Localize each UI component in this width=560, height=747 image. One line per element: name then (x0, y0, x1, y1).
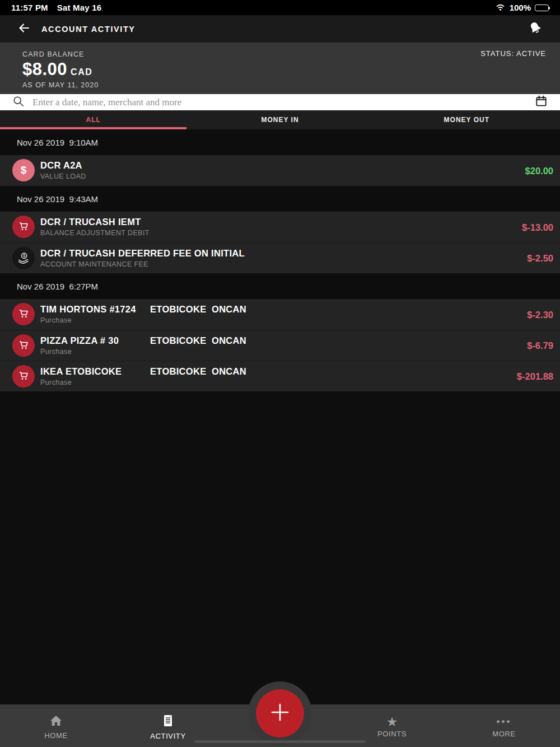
transaction-amount: $-2.50 (527, 253, 553, 264)
transaction-row[interactable]: $ DCR A2A VALUE LOAD $20.00 (0, 155, 560, 186)
balance-amount: $8.00 (22, 59, 67, 79)
nav-label: HOME (44, 731, 67, 740)
back-button[interactable] (15, 20, 34, 39)
nav-label: MORE (492, 730, 515, 738)
transaction-region: ONCAN (212, 304, 246, 315)
nav-item-home[interactable]: HOME (0, 704, 112, 747)
battery-percent: 100% (510, 3, 531, 12)
svg-text:$: $ (23, 253, 26, 258)
transaction-region: ONCAN (212, 366, 246, 377)
app-header: ACCOUNT ACTIVITY (0, 15, 560, 43)
cart-icon (12, 216, 35, 238)
search-icon (12, 95, 25, 110)
account-activity-screen: 11:57 PM Sat May 16 100% (0, 0, 560, 747)
battery-icon (535, 4, 549, 11)
wifi-icon (495, 3, 506, 13)
status-bar: 11:57 PM Sat May 16 100% (0, 0, 560, 15)
bell-icon (528, 21, 543, 38)
balance-panel: CARD BALANCE $8.00CAD AS OF MAY 11, 2020… (0, 43, 560, 94)
transaction-row[interactable]: DCR / TRUCASH IEMT BALANCE ADJUSTMENT DE… (0, 212, 560, 242)
status-badge: STATUS: ACTIVE (480, 49, 546, 58)
nav-label: ACTIVITY (150, 732, 185, 740)
back-arrow-icon (17, 21, 31, 37)
tab-money-out[interactable]: MONEY OUT (374, 110, 560, 129)
transaction-title: DCR / TRUCASH DEFERRED FEE ON INITIAL (40, 248, 245, 259)
cart-icon (12, 334, 35, 357)
balance-as-of: AS OF MAY 11, 2020 (22, 81, 560, 89)
cart-icon (12, 365, 35, 387)
filter-tabs: ALL MONEY IN MONEY OUT (0, 110, 560, 129)
transaction-row[interactable]: TIM HORTONS #1724 ETOBICOKE ONCAN Purcha… (0, 299, 560, 330)
ellipsis-icon: ••• (497, 716, 512, 727)
calendar-button[interactable] (535, 95, 548, 110)
nav-label: POINTS (377, 730, 407, 738)
transaction-city: ETOBICOKE (150, 335, 207, 346)
transaction-subtitle: ACCOUNT MAINTENANCE FEE (40, 260, 148, 268)
transaction-title: DCR / TRUCASH IEMT (40, 217, 141, 227)
add-money-button[interactable] (256, 689, 304, 737)
status-date: Sat May 16 (57, 3, 102, 12)
hand-coin-icon: $ (12, 247, 35, 269)
transaction-subtitle: Purchase (40, 316, 72, 324)
transaction-title: IKEA ETOBICOKE (40, 366, 122, 377)
transaction-subtitle: BALANCE ADJUSTMENT DEBIT (40, 229, 150, 237)
date-group-header: Nov 26 2019 6:27PM (0, 273, 560, 299)
transaction-row[interactable]: $ DCR / TRUCASH DEFERRED FEE ON INITIAL … (0, 242, 560, 273)
search-input[interactable] (32, 94, 527, 110)
transaction-row[interactable]: PIZZA PIZZA # 30 ETOBICOKE ONCAN Purchas… (0, 330, 560, 361)
star-icon: ★ (386, 716, 398, 727)
calendar-icon (535, 95, 548, 110)
transaction-title: DCR A2A (40, 160, 82, 171)
transaction-amount: $-13.00 (522, 222, 553, 232)
notifications-button[interactable] (525, 19, 545, 39)
transaction-region: ONCAN (212, 335, 246, 346)
page-title: ACCOUNT ACTIVITY (41, 25, 136, 34)
balance-currency: CAD (71, 67, 92, 77)
dollar-circle-icon: $ (12, 159, 35, 181)
nav-item-more[interactable]: ••• MORE (448, 704, 560, 747)
transaction-city: ETOBICOKE (150, 366, 207, 377)
balance-label: CARD BALANCE (22, 50, 560, 58)
transaction-amount: $20.00 (525, 165, 553, 176)
transaction-row[interactable]: IKEA ETOBICOKE ETOBICOKE ONCAN Purchase … (0, 361, 560, 391)
date-group-header: Nov 26 2019 9:10AM (0, 129, 560, 155)
home-icon (49, 715, 63, 729)
transaction-subtitle: Purchase (40, 379, 72, 386)
tab-money-in[interactable]: MONEY IN (186, 110, 373, 129)
home-indicator[interactable] (194, 740, 366, 743)
transaction-amount: $-2.30 (527, 309, 553, 320)
transaction-amount: $-201.88 (517, 371, 553, 382)
plus-icon (268, 701, 292, 726)
transaction-title: TIM HORTONS #1724 (40, 304, 136, 315)
search-bar (0, 94, 560, 110)
document-icon (162, 714, 174, 730)
clock: 11:57 PM (11, 3, 48, 12)
transaction-amount: $-6.79 (527, 340, 553, 351)
date-group-header: Nov 26 2019 9:43AM (0, 186, 560, 212)
tab-all[interactable]: ALL (0, 110, 186, 129)
transaction-city: ETOBICOKE (150, 304, 207, 315)
transaction-subtitle: Purchase (40, 348, 72, 356)
transaction-subtitle: VALUE LOAD (40, 172, 86, 180)
transaction-list: Nov 26 2019 9:10AM $ DCR A2A VALUE LOAD … (0, 129, 560, 704)
transaction-title: PIZZA PIZZA # 30 (40, 335, 119, 346)
cart-icon (12, 303, 35, 325)
